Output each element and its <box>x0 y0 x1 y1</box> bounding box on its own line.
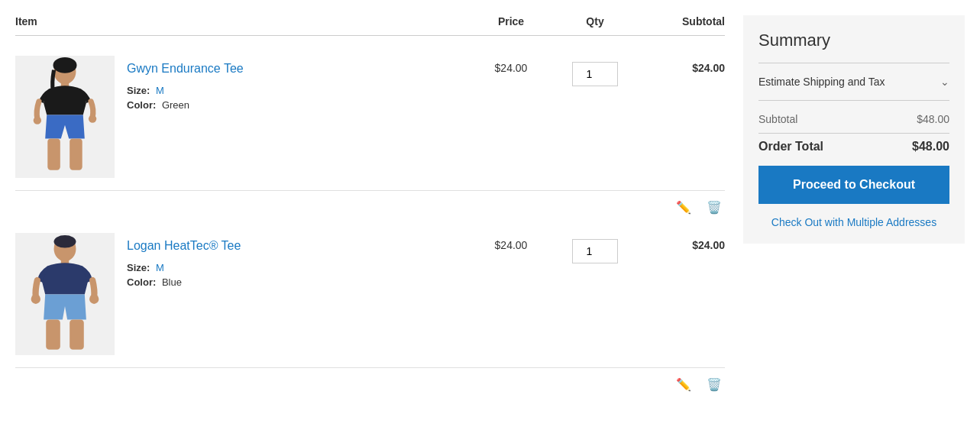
size-value-2: M <box>156 262 164 273</box>
color-label-1: Color: <box>127 99 156 111</box>
summary-divider <box>758 63 949 63</box>
subtotal-value: $48.00 <box>917 113 949 125</box>
svg-rect-12 <box>46 320 60 350</box>
order-total-value: $48.00 <box>912 140 949 153</box>
size-label-2: Size: <box>127 262 150 273</box>
qty-input-1[interactable] <box>572 62 618 86</box>
color-value-1: Green <box>162 99 189 111</box>
svg-rect-13 <box>70 320 84 350</box>
size-label-1: Size: <box>127 85 150 96</box>
summary-divider-2 <box>758 100 949 101</box>
product-image-2 <box>15 233 115 355</box>
estimate-shipping-row[interactable]: Estimate Shipping and Tax ⌄ <box>758 76 949 88</box>
svg-point-3 <box>34 116 41 124</box>
col-item-header: Item <box>15 15 465 27</box>
item-details-1: Gwyn Endurance Tee Size: M Color: Green <box>127 56 244 114</box>
item-qty-cell-1 <box>557 56 633 86</box>
item-details-2: Logan HeatTec® Tee Size: M Color: Blue <box>127 233 241 291</box>
col-qty-header: Qty <box>557 15 633 27</box>
summary-title: Summary <box>758 31 949 50</box>
cart-row-2: Logan HeatTec® Tee Size: M Color: Blue $… <box>15 221 725 368</box>
proceed-to-checkout-button[interactable]: Proceed to Checkout <box>758 166 949 204</box>
page-container: Item Price Qty Subtotal <box>0 0 980 413</box>
multi-address-checkout-link[interactable]: Check Out with Multiple Addresses <box>758 216 949 228</box>
item-price-2: $24.00 <box>465 233 557 251</box>
item-info: Gwyn Endurance Tee Size: M Color: Green <box>15 56 465 178</box>
edit-item-1-button[interactable]: ✏️ <box>673 197 694 218</box>
svg-point-4 <box>89 115 96 122</box>
order-total-label: Order Total <box>758 140 823 153</box>
item-qty-cell-2 <box>557 233 633 263</box>
col-price-header: Price <box>465 15 557 27</box>
estimate-shipping-label: Estimate Shipping and Tax <box>758 76 885 88</box>
col-subtotal-header: Subtotal <box>633 15 725 27</box>
item-price-1: $24.00 <box>465 56 557 74</box>
cart-section: Item Price Qty Subtotal <box>15 15 725 398</box>
svg-rect-6 <box>70 138 82 170</box>
subtotal-row: Subtotal $48.00 <box>758 113 949 125</box>
svg-point-10 <box>31 295 40 304</box>
item-name-2: Logan HeatTec® Tee <box>127 239 241 253</box>
size-value-1: M <box>156 85 164 96</box>
item-subtotal-1: $24.00 <box>633 56 725 74</box>
cart-row: Gwyn Endurance Tee Size: M Color: Green … <box>15 44 725 191</box>
chevron-down-icon: ⌄ <box>940 76 949 88</box>
product-image-1 <box>15 56 115 178</box>
svg-point-1 <box>53 57 77 73</box>
item-size-attr-2: Size: M <box>127 262 241 273</box>
edit-item-2-button[interactable]: ✏️ <box>673 374 694 395</box>
delete-item-2-button[interactable]: 🗑️ <box>703 374 725 395</box>
item-color-attr-1: Color: Green <box>127 99 244 111</box>
row-2-actions: ✏️ 🗑️ <box>15 368 725 398</box>
color-value-2: Blue <box>162 276 182 288</box>
order-total-row: Order Total $48.00 <box>758 133 949 153</box>
qty-input-2[interactable] <box>572 239 618 263</box>
color-label-2: Color: <box>127 276 156 288</box>
summary-section: Summary Estimate Shipping and Tax ⌄ Subt… <box>743 15 965 244</box>
svg-rect-5 <box>47 138 60 170</box>
svg-point-11 <box>89 295 99 304</box>
item-color-attr-2: Color: Blue <box>127 276 241 288</box>
svg-point-8 <box>54 235 76 248</box>
item-subtotal-2: $24.00 <box>633 233 725 251</box>
delete-item-1-button[interactable]: 🗑️ <box>703 197 725 218</box>
item-info-2: Logan HeatTec® Tee Size: M Color: Blue <box>15 233 465 355</box>
item-size-attr-1: Size: M <box>127 85 244 96</box>
row-1-actions: ✏️ 🗑️ <box>15 191 725 221</box>
item-name-1: Gwyn Endurance Tee <box>127 62 244 76</box>
subtotal-label: Subtotal <box>758 113 797 125</box>
cart-table-header: Item Price Qty Subtotal <box>15 15 725 36</box>
